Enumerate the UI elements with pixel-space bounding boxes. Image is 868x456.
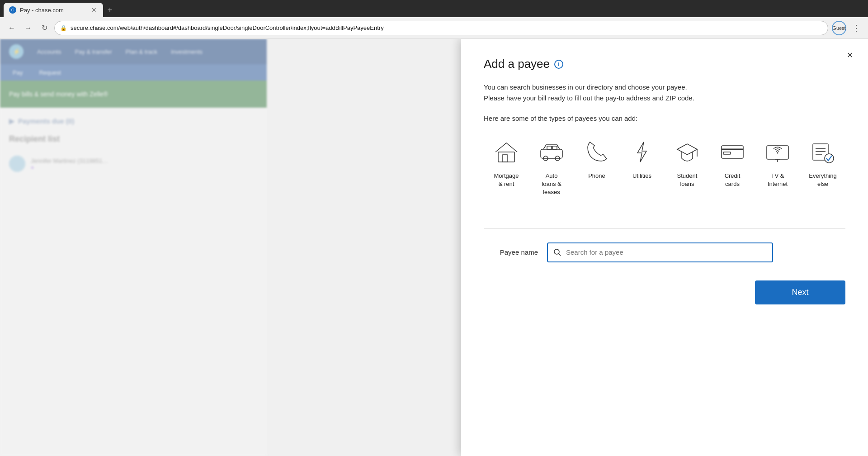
payee-search-input[interactable] xyxy=(566,248,767,256)
nav-pay-transfer: Pay & transfer xyxy=(75,47,112,57)
profile-label: Guest xyxy=(832,25,845,31)
payee-type-mortgage[interactable]: Mortgage& rent xyxy=(484,133,529,201)
modal-info-icon[interactable]: i xyxy=(554,60,563,69)
payee-type-credit[interactable]: Creditcards xyxy=(710,133,755,201)
svg-point-21 xyxy=(825,154,834,163)
back-button[interactable]: ← xyxy=(5,22,18,34)
recipient-item-1: Jennifer Martinez (3119851… ● xyxy=(9,151,258,177)
modal-description-line2: Please have your bill ready to fill out … xyxy=(484,94,694,102)
utilities-label: Utilities xyxy=(632,172,651,180)
add-payee-modal: × Add a payee i You can search businesse… xyxy=(461,39,868,456)
subnav-pay: Pay xyxy=(9,67,26,78)
chase-submenu: Pay Request xyxy=(0,64,267,81)
auto-label: Autoloans &leases xyxy=(542,172,561,197)
nav-plan-track: Plan & track xyxy=(126,47,157,57)
payee-type-utilities[interactable]: Utilities xyxy=(619,133,665,201)
new-tab-button[interactable]: + xyxy=(103,3,117,17)
payee-types-grid: Mortgage& rent Autoloans xyxy=(484,133,845,210)
svg-line-23 xyxy=(559,253,561,256)
chase-main-content: ▶ Payments due (0) Recipient list Jennif… xyxy=(0,108,267,186)
student-label: Studentloans xyxy=(677,172,698,188)
modal-description: You can search businesses in our directo… xyxy=(484,82,845,104)
svg-rect-5 xyxy=(547,146,552,149)
svg-marker-7 xyxy=(637,142,646,162)
ssl-icon: 🔒 xyxy=(60,25,67,31)
page-content: ⚡ Accounts Pay & transfer Plan & track I… xyxy=(0,39,868,456)
payee-type-phone[interactable]: Phone xyxy=(574,133,619,201)
search-input-wrapper[interactable] xyxy=(547,242,773,262)
next-button[interactable]: Next xyxy=(755,280,845,304)
payee-type-everything[interactable]: Everythingelse xyxy=(800,133,845,201)
everything-icon xyxy=(808,138,837,166)
payee-type-auto[interactable]: Autoloans &leases xyxy=(529,133,574,201)
search-label: Payee name xyxy=(484,248,538,256)
search-icon xyxy=(553,248,561,256)
phone-icon xyxy=(582,138,611,166)
payments-due-section: ▶ Payments due (0) xyxy=(9,117,258,125)
address-bar-row: ← → ↻ 🔒 secure.chase.com/web/auth/dashbo… xyxy=(0,17,868,39)
recipient-list-title: Recipient list xyxy=(9,134,258,144)
next-button-row: Next xyxy=(484,280,845,304)
nav-investments: Investments xyxy=(171,47,203,57)
modal-close-button[interactable]: × xyxy=(843,48,857,62)
svg-rect-6 xyxy=(552,146,557,149)
recipient-info-1: Jennifer Martinez (3119851… ● xyxy=(31,157,258,171)
credit-label: Creditcards xyxy=(725,172,741,188)
svg-rect-0 xyxy=(498,152,514,162)
search-section: Payee name xyxy=(484,228,845,262)
browser-frame: C Pay - chase.com ✕ + ← → ↻ 🔒 secure.cha… xyxy=(0,0,868,456)
chase-promo-banner: Pay bills & send money with Zelle® xyxy=(0,81,267,108)
chase-logo-icon: ⚡ xyxy=(9,44,24,59)
credit-card-icon xyxy=(718,138,747,166)
url-text: secure.chase.com/web/auth/dashboard#/das… xyxy=(71,24,822,31)
subnav-request: Request xyxy=(35,67,64,78)
chase-header: ⚡ Accounts Pay & transfer Plan & track I… xyxy=(0,39,267,64)
utilities-icon xyxy=(627,138,656,166)
everything-label: Everythingelse xyxy=(809,172,836,188)
recipient-name-1: Jennifer Martinez (3119851… xyxy=(31,157,258,164)
svg-marker-8 xyxy=(677,144,697,155)
house-icon xyxy=(492,138,521,166)
tab-bar: C Pay - chase.com ✕ + xyxy=(0,0,868,17)
svg-point-22 xyxy=(554,249,559,254)
tab-close-button[interactable]: ✕ xyxy=(90,5,98,14)
chase-logo: ⚡ xyxy=(9,44,24,59)
recipient-sub-1: ● xyxy=(31,164,258,171)
tv-icon xyxy=(763,138,792,166)
payee-types-label: Here are some of the types of payees you… xyxy=(484,114,845,122)
graduation-icon xyxy=(673,138,702,166)
mortgage-label: Mortgage& rent xyxy=(494,172,519,188)
tab-title: Pay - chase.com xyxy=(20,7,87,14)
modal-title-row: Add a payee i xyxy=(484,57,845,71)
svg-rect-12 xyxy=(723,152,731,154)
nav-accounts: Accounts xyxy=(37,47,61,57)
forward-button[interactable]: → xyxy=(22,22,34,34)
modal-title: Add a payee xyxy=(484,57,550,71)
chase-background: ⚡ Accounts Pay & transfer Plan & track I… xyxy=(0,39,267,456)
payee-type-student[interactable]: Studentloans xyxy=(665,133,710,201)
car-icon xyxy=(537,138,566,166)
browser-menu-button[interactable]: ⋮ xyxy=(850,22,863,34)
search-row: Payee name xyxy=(484,242,845,262)
active-tab[interactable]: C Pay - chase.com ✕ xyxy=(4,3,103,17)
address-bar[interactable]: 🔒 secure.chase.com/web/auth/dashboard#/d… xyxy=(54,21,828,35)
payee-type-tv[interactable]: TV &Internet xyxy=(755,133,800,201)
recipient-avatar-1 xyxy=(9,156,25,172)
promo-text: Pay bills & send money with Zelle® xyxy=(9,90,108,98)
payments-due-label: Payments due (0) xyxy=(18,117,74,125)
reload-button[interactable]: ↻ xyxy=(38,22,51,34)
tab-favicon: C xyxy=(9,6,16,14)
modal-description-line1: You can search businesses in our directo… xyxy=(484,83,687,91)
profile-button[interactable]: Guest xyxy=(832,21,846,35)
svg-rect-1 xyxy=(503,155,507,162)
tv-label: TV &Internet xyxy=(768,172,788,188)
phone-label: Phone xyxy=(588,172,605,180)
svg-point-16 xyxy=(777,152,778,154)
